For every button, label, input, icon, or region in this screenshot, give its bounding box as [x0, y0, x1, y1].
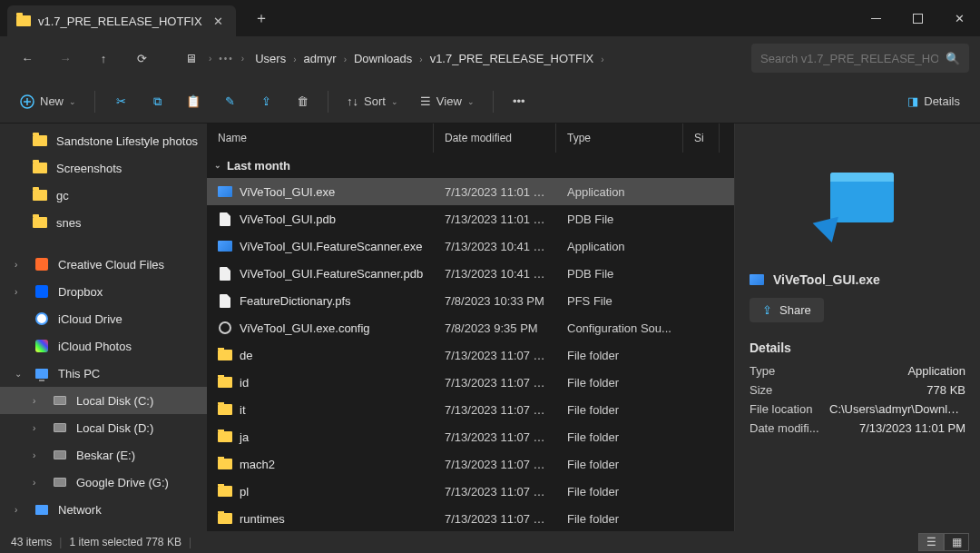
file-list[interactable]: Name Date modified Type Si ⌄ Last month …	[207, 123, 735, 531]
sidebar-drive[interactable]: ›Local Disk (C:)	[0, 387, 207, 414]
doc-icon	[218, 212, 232, 226]
chevron-down-icon: ⌄	[467, 97, 475, 106]
details-toggle-button[interactable]: ◨ Details	[898, 85, 969, 118]
chevron-icon: ›	[33, 478, 44, 488]
search-icon[interactable]: 🔍	[946, 52, 960, 65]
window-controls: ✕	[855, 0, 980, 36]
file-name: ja	[240, 430, 249, 444]
minimize-button[interactable]	[855, 0, 897, 36]
breadcrumb-item[interactable]: Downloads	[348, 48, 417, 69]
file-row[interactable]: ViVeTool_GUI.exe.config 7/8/2023 9:35 PM…	[207, 314, 734, 341]
forward-button[interactable]: →	[49, 42, 82, 74]
new-tab-button[interactable]: ＋	[247, 5, 276, 32]
column-type[interactable]: Type	[556, 123, 683, 153]
sidebar-drive[interactable]: ›Beskar (E:)	[0, 441, 207, 469]
sidebar-item[interactable]: snes	[0, 209, 207, 236]
search-input[interactable]	[760, 52, 938, 65]
chevron-down-icon: ⌄	[69, 97, 76, 106]
status-bar: 43 items | 1 item selected 778 KB | ☰ ▦	[0, 531, 980, 553]
refresh-button[interactable]: ⟳	[125, 42, 158, 74]
nav-bar: ← → ↑ ⟳ 🖥 › ••• › Users›admyr›Downloads›…	[0, 36, 980, 80]
file-name: ViVeTool_GUI.exe	[240, 185, 335, 199]
sidebar-item[interactable]: Sandstone Lifestyle photos	[0, 127, 207, 154]
toolbar: New ⌄ ✂ ⧉ 📋 ✎ ⇪ 🗑 ↑↓ Sort ⌄ ☰ View ⌄ •••…	[0, 80, 980, 123]
sort-button[interactable]: ↑↓ Sort ⌄	[338, 85, 407, 118]
breadcrumb[interactable]: 🖥 › ••• › Users›admyr›Downloads›v1.7_PRE…	[171, 44, 739, 73]
detail-row: Date modifi...7/13/2023 11:01 PM	[750, 421, 965, 435]
file-row[interactable]: ViVeTool_GUI.FeatureScanner.pdb 7/13/202…	[207, 260, 734, 287]
file-row[interactable]: FeatureDictionary.pfs 7/8/2023 10:33 PM …	[207, 287, 734, 314]
file-row[interactable]: ja 7/13/2023 11:07 PM File folder	[207, 423, 734, 450]
chevron-right-icon: ›	[342, 54, 348, 64]
folder-icon	[16, 14, 31, 28]
search-box[interactable]: 🔍	[751, 44, 969, 73]
copy-icon: ⧉	[153, 94, 162, 109]
share-button[interactable]: ⇪	[250, 85, 282, 118]
ic-icon	[34, 311, 49, 326]
file-date: 7/13/2023 10:41 PM	[434, 267, 556, 281]
file-row[interactable]: ViVeTool_GUI.FeatureScanner.exe 7/13/202…	[207, 232, 734, 260]
grid-layout-button[interactable]: ▦	[944, 533, 969, 551]
details-layout-button[interactable]: ☰	[918, 533, 944, 551]
column-size[interactable]: Si	[683, 123, 720, 153]
sidebar-item[interactable]: iCloud Drive	[0, 305, 207, 332]
nav-sidebar[interactable]: Sandstone Lifestyle photosScreenshotsgcs…	[0, 123, 207, 531]
file-date: 7/13/2023 10:41 PM	[434, 240, 556, 253]
file-row[interactable]: pl 7/13/2023 11:07 PM File folder	[207, 478, 734, 505]
view-button[interactable]: ☰ View ⌄	[411, 85, 484, 118]
back-button[interactable]: ←	[11, 42, 44, 74]
svg-rect-1	[913, 14, 922, 23]
breadcrumb-item[interactable]: admyr	[299, 48, 342, 69]
paste-icon: 📋	[186, 94, 201, 108]
column-date[interactable]: Date modified	[434, 123, 556, 153]
group-header[interactable]: ⌄ Last month	[207, 153, 734, 178]
new-button[interactable]: New ⌄	[11, 85, 85, 118]
file-row[interactable]: it 7/13/2023 11:07 PM File folder	[207, 396, 734, 423]
chevron-right-icon: ›	[240, 54, 246, 64]
overflow-icon[interactable]: •••	[217, 54, 236, 64]
disk-icon	[53, 420, 67, 435]
file-row[interactable]: id 7/13/2023 11:07 PM File folder	[207, 369, 734, 396]
pc-root-icon[interactable]: 🖥	[178, 45, 203, 71]
sidebar-item[interactable]: ⌄This PC	[0, 360, 207, 387]
file-row[interactable]: ViVeTool_GUI.pdb 7/13/2023 11:01 PM PDB …	[207, 205, 734, 232]
close-tab-icon[interactable]: ✕	[210, 11, 227, 32]
more-button[interactable]: •••	[503, 85, 535, 118]
folder-icon	[218, 484, 232, 499]
file-type: File folder	[556, 512, 683, 526]
share-button[interactable]: ⇪ Share	[750, 298, 824, 322]
folder-icon	[218, 348, 232, 362]
chevron-down-icon: ⌄	[391, 97, 398, 106]
window-tab[interactable]: v1.7_PRE_RELEASE_HOTFIX ✕	[7, 5, 236, 36]
file-date: 7/8/2023 10:33 PM	[434, 294, 556, 308]
sidebar-item[interactable]: iCloud Photos	[0, 332, 207, 360]
file-date: 7/8/2023 9:35 PM	[434, 321, 556, 335]
file-row[interactable]: runtimes 7/13/2023 11:07 PM File folder	[207, 505, 734, 531]
breadcrumb-item[interactable]: v1.7_PRE_RELEASE_HOTFIX	[425, 48, 600, 69]
delete-button[interactable]: 🗑	[286, 85, 318, 118]
column-name[interactable]: Name	[207, 123, 434, 153]
sidebar-network[interactable]: ›Network	[0, 496, 207, 523]
sidebar-item[interactable]: ›Creative Cloud Files	[0, 251, 207, 278]
detail-row: Size778 KB	[750, 383, 965, 397]
up-button[interactable]: ↑	[87, 42, 120, 74]
file-row[interactable]: mach2 7/13/2023 11:07 PM File folder	[207, 450, 734, 478]
paste-button[interactable]: 📋	[177, 85, 210, 118]
rename-button[interactable]: ✎	[213, 85, 246, 118]
breadcrumb-item[interactable]: Users	[250, 48, 291, 69]
file-row[interactable]: ViVeTool_GUI.exe 7/13/2023 11:01 PM Appl…	[207, 178, 734, 205]
sidebar-item[interactable]: Screenshots	[0, 154, 207, 182]
sidebar-item[interactable]: ›Dropbox	[0, 278, 207, 305]
file-type: File folder	[556, 349, 683, 362]
copy-button[interactable]: ⧉	[141, 85, 173, 118]
close-button[interactable]: ✕	[938, 0, 980, 36]
sidebar-item[interactable]: gc	[0, 182, 207, 209]
sidebar-drive[interactable]: ›Local Disk (D:)	[0, 414, 207, 441]
sidebar-drive[interactable]: ›Google Drive (G:)	[0, 469, 207, 496]
maximize-button[interactable]	[897, 0, 938, 36]
file-row[interactable]: de 7/13/2023 11:07 PM File folder	[207, 341, 734, 369]
pc-icon	[34, 366, 49, 380]
file-type: PFS File	[556, 294, 683, 308]
cut-button[interactable]: ✂	[104, 85, 137, 118]
doc-icon	[218, 266, 232, 281]
